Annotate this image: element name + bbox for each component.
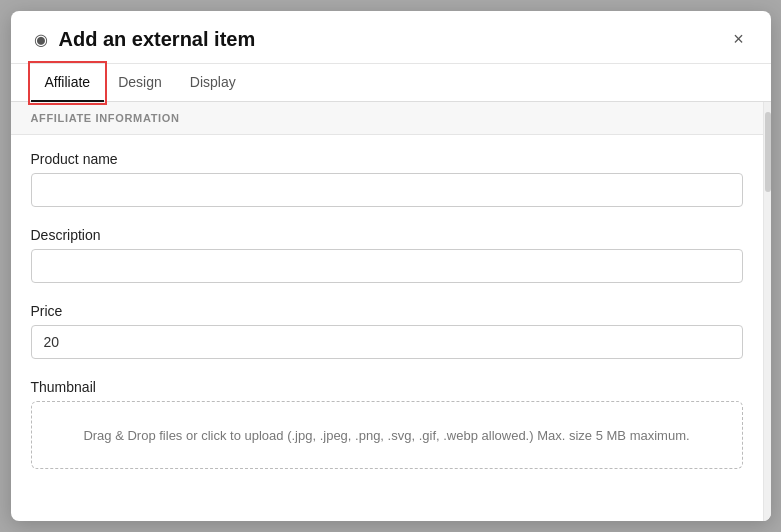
description-input[interactable] xyxy=(31,249,743,283)
thumbnail-upload-area[interactable]: Drag & Drop files or click to upload (.j… xyxy=(31,401,743,469)
scrollbar-track[interactable] xyxy=(763,102,771,521)
modal-header: ◉ Add an external item × xyxy=(11,11,771,64)
modal: ◉ Add an external item × Affiliate Desig… xyxy=(11,11,771,521)
back-icon[interactable]: ◉ xyxy=(31,29,51,49)
tab-affiliate[interactable]: Affiliate xyxy=(31,64,105,102)
description-label: Description xyxy=(31,227,743,243)
form-section: Product name Description Price xyxy=(11,135,763,505)
modal-title-wrap: ◉ Add an external item xyxy=(31,28,256,51)
price-input[interactable] xyxy=(31,325,743,359)
section-header: AFFILIATE INFORMATION xyxy=(11,102,763,135)
tab-bar: Affiliate Design Display xyxy=(11,64,771,102)
modal-content: AFFILIATE INFORMATION Product name Descr… xyxy=(11,102,763,521)
product-name-group: Product name xyxy=(31,151,743,207)
product-name-input[interactable] xyxy=(31,173,743,207)
description-group: Description xyxy=(31,227,743,283)
price-label: Price xyxy=(31,303,743,319)
thumbnail-group: Thumbnail Drag & Drop files or click to … xyxy=(31,379,743,469)
modal-body: AFFILIATE INFORMATION Product name Descr… xyxy=(11,102,771,521)
product-name-label: Product name xyxy=(31,151,743,167)
tab-display[interactable]: Display xyxy=(176,64,250,102)
price-group: Price xyxy=(31,303,743,359)
modal-overlay: ◉ Add an external item × Affiliate Desig… xyxy=(0,0,781,532)
thumbnail-label: Thumbnail xyxy=(31,379,743,395)
thumbnail-upload-text: Drag & Drop files or click to upload (.j… xyxy=(83,428,689,443)
tab-design[interactable]: Design xyxy=(104,64,176,102)
close-icon[interactable]: × xyxy=(727,27,751,51)
scrollbar-thumb[interactable] xyxy=(765,112,771,192)
modal-title: Add an external item xyxy=(59,28,256,51)
